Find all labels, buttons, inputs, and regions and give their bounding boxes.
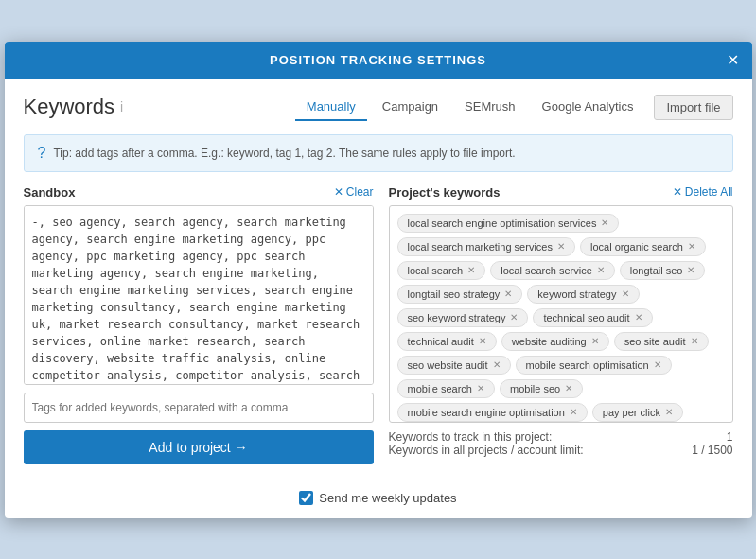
tip-box: ? Tip: add tags after a comma. E.g.: key…	[24, 134, 733, 172]
keywords-title: Keywords	[24, 95, 115, 119]
remove-keyword-icon[interactable]: ✕	[601, 218, 608, 228]
project-keywords-title: Project's keywords	[389, 185, 501, 200]
remove-keyword-icon[interactable]: ✕	[477, 383, 484, 393]
clear-x-icon: ✕	[334, 185, 343, 199]
tab-campaign[interactable]: Campaign	[371, 94, 449, 121]
modal: POSITION TRACKING SETTINGS ✕ Keywords i …	[5, 42, 752, 518]
weekly-updates-label[interactable]: Send me weekly updates	[299, 491, 456, 505]
list-item: local search marketing services✕	[397, 237, 575, 256]
limit-value: 1 / 1500	[692, 444, 732, 457]
info-icon[interactable]: i	[120, 99, 123, 114]
add-to-project-button[interactable]: Add to project →	[24, 430, 374, 464]
list-item: local search✕	[397, 261, 486, 280]
remove-keyword-icon[interactable]: ✕	[504, 288, 512, 299]
remove-keyword-icon[interactable]: ✕	[467, 265, 475, 275]
list-item: mobile search engine optimisation✕	[397, 403, 588, 422]
tab-manually[interactable]: Manually	[295, 94, 367, 121]
modal-header: POSITION TRACKING SETTINGS ✕	[5, 42, 752, 79]
remove-keyword-icon[interactable]: ✕	[597, 265, 605, 275]
list-item: technical audit✕	[397, 332, 497, 351]
remove-keyword-icon[interactable]: ✕	[479, 336, 486, 346]
list-item: local organic search✕	[580, 237, 706, 256]
tabs: Manually Campaign SEMrush Google Analyti…	[295, 94, 733, 121]
remove-keyword-icon[interactable]: ✕	[688, 241, 695, 252]
list-item: local search service✕	[490, 261, 615, 280]
remove-keyword-icon[interactable]: ✕	[591, 336, 599, 346]
sandbox-column: Sandbox ✕ Clear Add to project →	[24, 185, 374, 464]
tip-icon: ?	[38, 145, 46, 162]
list-item: seo site audit✕	[614, 332, 709, 351]
tags-input[interactable]	[24, 393, 374, 423]
stats: Keywords to track in this project: 1 Key…	[389, 430, 733, 457]
weekly-updates-text: Send me weekly updates	[319, 491, 456, 505]
list-item: seo website audit✕	[397, 356, 511, 375]
stats-track-row: Keywords to track in this project: 1	[389, 430, 733, 444]
list-item: mobile search✕	[397, 379, 495, 398]
sandbox-textarea[interactable]	[24, 205, 374, 385]
delete-all-button[interactable]: ✕ Delete All	[673, 185, 733, 199]
list-item: mobile seo✕	[500, 379, 583, 398]
keywords-container: local search engine optimisation service…	[389, 205, 733, 423]
remove-keyword-icon[interactable]: ✕	[565, 383, 572, 393]
remove-keyword-icon[interactable]: ✕	[665, 407, 673, 417]
list-item: local search engine optimisation service…	[397, 214, 620, 233]
stats-limit-row: Keywords in all projects / account limit…	[389, 444, 733, 457]
import-file-button[interactable]: Import file	[654, 95, 732, 120]
tip-text: Tip: add tags after a comma. E.g.: keywo…	[53, 147, 515, 160]
track-value: 1	[727, 430, 733, 444]
modal-close-button[interactable]: ✕	[727, 51, 739, 69]
remove-keyword-icon[interactable]: ✕	[493, 359, 501, 370]
columns: Sandbox ✕ Clear Add to project → Project…	[24, 185, 733, 464]
clear-button[interactable]: ✕ Clear	[334, 185, 374, 199]
list-item: technical seo audit✕	[533, 308, 652, 327]
list-item: longtail seo✕	[620, 261, 706, 280]
project-keywords-column: Project's keywords ✕ Delete All local se…	[389, 185, 733, 464]
sandbox-title: Sandbox	[24, 185, 76, 200]
list-item: seo keyword strategy✕	[397, 308, 529, 327]
sandbox-header: Sandbox ✕ Clear	[24, 185, 374, 200]
remove-keyword-icon[interactable]: ✕	[622, 288, 629, 299]
clear-label: Clear	[346, 185, 374, 199]
remove-keyword-icon[interactable]: ✕	[570, 407, 577, 417]
list-item: keyword strategy✕	[527, 285, 639, 304]
project-keywords-header: Project's keywords ✕ Delete All	[389, 185, 733, 200]
remove-keyword-icon[interactable]: ✕	[557, 241, 565, 252]
list-item: longtail seo strategy✕	[397, 285, 523, 304]
modal-body: Keywords i Manually Campaign SEMrush Goo…	[5, 79, 752, 480]
delete-x-icon: ✕	[673, 185, 682, 199]
delete-all-label: Delete All	[685, 185, 733, 199]
remove-keyword-icon[interactable]: ✕	[687, 265, 694, 275]
tab-semrush[interactable]: SEMrush	[453, 94, 526, 121]
track-label: Keywords to track in this project:	[389, 430, 553, 444]
list-item: mobile search optimisation✕	[516, 356, 672, 375]
footer: Send me weekly updates	[5, 480, 752, 518]
remove-keyword-icon[interactable]: ✕	[691, 336, 698, 346]
modal-title: POSITION TRACKING SETTINGS	[270, 53, 486, 67]
list-item: website auditing✕	[501, 332, 609, 351]
remove-keyword-icon[interactable]: ✕	[510, 312, 518, 323]
limit-label: Keywords in all projects / account limit…	[389, 444, 584, 457]
weekly-updates-checkbox[interactable]	[299, 491, 313, 505]
remove-keyword-icon[interactable]: ✕	[654, 359, 661, 370]
list-item: pay per click✕	[592, 403, 683, 422]
tab-google-analytics[interactable]: Google Analytics	[531, 94, 645, 121]
keywords-header: Keywords i Manually Campaign SEMrush Goo…	[24, 94, 733, 121]
remove-keyword-icon[interactable]: ✕	[635, 312, 642, 323]
